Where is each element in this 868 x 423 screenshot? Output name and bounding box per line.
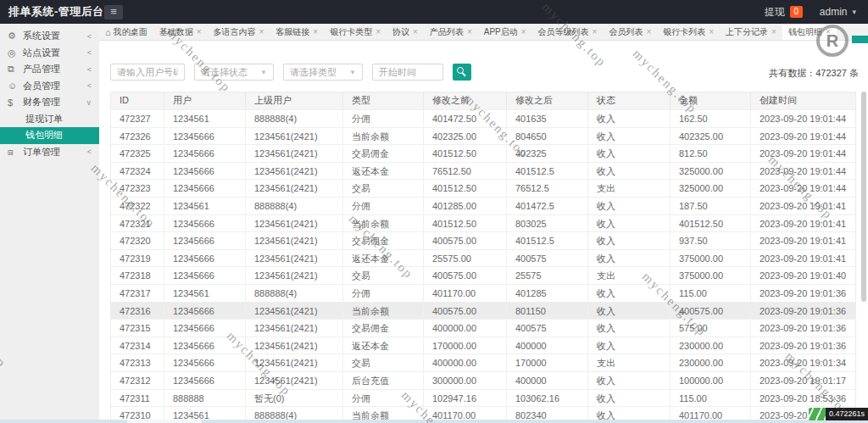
table-cell: 300000.00 (424, 372, 507, 389)
start-time-input[interactable] (372, 64, 443, 81)
tab[interactable]: 产品列表× (424, 24, 478, 40)
table-cell: 2023-09-20 19:01:44 (751, 110, 855, 127)
search-button[interactable] (453, 64, 471, 81)
tab[interactable]: 会员列表× (603, 24, 657, 40)
table-row[interactable]: 4723271234561888888(4)分佣401472.50401635收… (111, 109, 855, 127)
tab[interactable]: 上下分记录× (720, 24, 782, 40)
table-cell: 当前余额 (343, 303, 424, 320)
sidebar-item[interactable]: 钱包明细 (0, 127, 99, 144)
column-header: 上级用户 (246, 92, 343, 109)
tab[interactable]: 基础数据× (153, 24, 208, 40)
sidebar-item[interactable]: ⚙系统设置< (0, 28, 99, 45)
tab[interactable]: 协议× (387, 24, 424, 40)
table-cell: 1234561(2421) (246, 372, 343, 389)
tab[interactable]: 钱包明细× (782, 24, 837, 40)
close-icon[interactable]: × (197, 27, 202, 36)
tab-label: 产品列表 (430, 26, 464, 38)
table-row[interactable]: 4723171234561888888(4)分佣401170.00401285收… (111, 284, 855, 302)
sidebar-item[interactable]: ◎站点设置< (0, 45, 99, 62)
framework-logo-icon (809, 408, 826, 420)
tab[interactable]: 银行卡类型× (324, 24, 387, 40)
table-row[interactable]: 472320123456661234561(2421)交易佣金400575.00… (111, 231, 855, 249)
sidebar-item[interactable]: $财务管理∨ (0, 94, 99, 111)
table-row[interactable]: 4723221234561888888(4)分佣401285.00401472.… (111, 197, 855, 214)
sidebar-item-label: 会员管理 (23, 80, 60, 92)
tab[interactable]: ⌂我的桌面 (99, 24, 153, 40)
sidebar-item[interactable]: 提现订单 (0, 111, 99, 128)
close-icon[interactable]: × (413, 27, 418, 36)
close-icon[interactable]: × (709, 27, 714, 36)
table-cell: 1234561 (164, 110, 246, 127)
tab-label: 基础数据 (159, 26, 193, 38)
table-cell: 472315 (111, 320, 164, 337)
table-cell: 收入 (588, 250, 670, 267)
table-row[interactable]: 472311888888暂无(0)分佣102947.16103062.16收入1… (111, 389, 855, 407)
table-cell: 472316 (111, 303, 164, 320)
table-row[interactable]: 472323123456661234561(2421)交易401512.5076… (111, 179, 855, 197)
table-cell: 401512.50 (424, 145, 507, 162)
table-row[interactable]: 472321123456661234561(2421)当前余额401512.50… (111, 214, 855, 232)
column-header: 修改之后 (507, 92, 588, 109)
table-cell: 325000.00 (670, 163, 751, 180)
table-cell: 230000.00 (670, 337, 751, 354)
column-header: ID (111, 92, 164, 109)
close-icon[interactable]: × (771, 27, 776, 36)
tab[interactable]: APP启动× (478, 24, 532, 40)
table-cell: 400000 (507, 337, 588, 354)
chevron-icon: ∨ (86, 98, 92, 107)
table-row[interactable]: 472325123456661234561(2421)交易佣金401512.50… (111, 144, 855, 162)
table-cell: 2023-09-20 19:01:17 (751, 372, 855, 389)
table-cell: 12345666 (164, 372, 246, 389)
filter-bar: 请选择状态 ▼ 请选择类型 ▼ (110, 64, 471, 81)
table-row[interactable]: 472326123456661234561(2421)当前余额402325.00… (111, 127, 855, 145)
sidebar-item[interactable]: ☺会员管理< (0, 78, 99, 95)
table-cell: 888888(4) (246, 110, 343, 127)
table-cell: 472321 (111, 215, 164, 232)
table-row[interactable]: 472316123456661234561(2421)当前余额400575.00… (111, 302, 855, 320)
type-select[interactable]: 请选择类型 ▼ (283, 64, 363, 81)
close-icon[interactable]: × (826, 27, 831, 36)
table-cell: 收入 (588, 198, 670, 214)
table-row[interactable]: 472324123456661234561(2421)返还本金76512.504… (111, 162, 855, 180)
vertical-scrollbar[interactable] (861, 92, 866, 302)
table-row[interactable]: 472314123456661234561(2421)返还本金170000.00… (111, 337, 855, 354)
table-row[interactable]: 472318123456661234561(2421)交易400575.0025… (111, 266, 855, 284)
order-icon: ⧈ (8, 147, 18, 158)
close-icon[interactable]: × (467, 27, 472, 36)
tab[interactable]: 客服链接× (270, 24, 324, 40)
table-row[interactable]: 472315123456661234561(2421)交易佣金400000.00… (111, 319, 855, 337)
table-cell: 400575.00 (424, 303, 507, 320)
tab[interactable]: 会员等级列表× (532, 24, 604, 40)
table-cell: 交易 (343, 180, 424, 197)
user-menu[interactable]: admin (820, 6, 848, 18)
table-cell: 1234561 (164, 198, 246, 214)
status-select[interactable]: 请选择状态 ▼ (194, 64, 274, 81)
close-icon[interactable]: × (259, 27, 264, 36)
close-icon[interactable]: × (313, 27, 318, 36)
table-row[interactable]: 472312123456661234561(2421)后台充值300000.00… (111, 371, 855, 389)
hamburger-icon[interactable]: ≡ (104, 5, 123, 19)
sidebar-item[interactable]: ⧉产品管理< (0, 61, 99, 78)
sidebar-item-label: 站点设置 (23, 47, 60, 59)
table-cell: 1234561(2421) (246, 303, 343, 320)
close-icon[interactable]: × (646, 27, 651, 36)
table-row[interactable]: 472319123456661234561(2421)返还本金25575.004… (111, 249, 855, 267)
withdraw-link[interactable]: 提现 (765, 5, 785, 19)
user-number-input[interactable] (110, 64, 185, 81)
tab[interactable]: 银行卡列表× (657, 24, 720, 40)
table-cell: 375000.00 (670, 267, 751, 284)
horizontal-scrollbar-thumb[interactable] (127, 420, 202, 423)
table-cell: 2023-09-20 19:01:44 (751, 180, 855, 197)
sidebar-item[interactable]: ⧈订单管理< (0, 144, 99, 161)
table-cell: 12345666 (164, 180, 246, 197)
close-icon[interactable]: × (593, 27, 598, 36)
table-cell: 2023-09-20 19:01:36 (751, 320, 855, 337)
table-cell: 400000.00 (424, 320, 507, 337)
close-icon[interactable]: × (376, 27, 381, 36)
close-icon[interactable]: × (521, 27, 526, 36)
tab[interactable]: 多语言内容× (208, 24, 270, 40)
table-cell: 12345666 (164, 337, 246, 354)
table-cell: 1234561(2421) (246, 163, 343, 180)
horizontal-scrollbar[interactable] (0, 420, 868, 423)
table-row[interactable]: 472313123456661234561(2421)交易400000.0017… (111, 353, 855, 371)
